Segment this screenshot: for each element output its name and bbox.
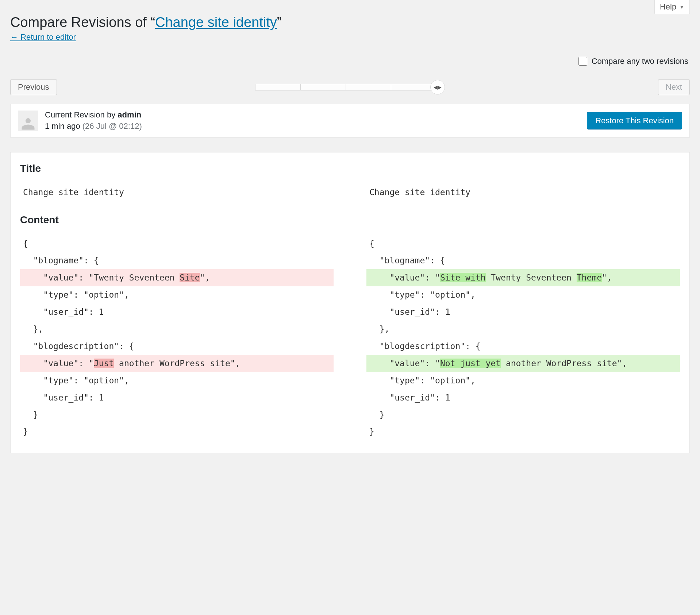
content-left: { "blogname": { "value": "Twenty Sevente… bbox=[20, 235, 334, 441]
chevron-down-icon: ▼ bbox=[679, 4, 684, 10]
code-line: { bbox=[20, 235, 334, 252]
revision-slider-track[interactable] bbox=[255, 84, 437, 90]
post-link[interactable]: Change site identity bbox=[155, 15, 277, 30]
slider-segment bbox=[346, 84, 391, 90]
revision-time-line: 1 min ago (26 Jul @ 02:12) bbox=[45, 121, 142, 132]
content-right: { "blogname": { "value": "Site with Twen… bbox=[366, 235, 680, 441]
code-line: { bbox=[366, 235, 680, 252]
revision-author: admin bbox=[118, 110, 141, 119]
code-line: "blogdescription": { bbox=[366, 338, 680, 355]
revision-meta-bar: Current Revision by admin 1 min ago (26 … bbox=[10, 104, 690, 138]
code-line: } bbox=[366, 423, 680, 440]
code-line: "blogdescription": { bbox=[20, 338, 334, 355]
slider-segment bbox=[255, 84, 301, 90]
slider-arrows-icon: ◀▶ bbox=[434, 84, 442, 90]
revision-ago: 1 min ago bbox=[45, 121, 82, 131]
help-label: Help bbox=[660, 2, 676, 12]
compare-checkbox[interactable] bbox=[578, 57, 587, 66]
code-line: }, bbox=[20, 321, 334, 338]
code-line-deleted: "value": "Twenty Seventeen Site", bbox=[20, 269, 334, 286]
title-right-text: Change site identity bbox=[366, 184, 680, 201]
code-line-added: "value": "Site with Twenty Seventeen The… bbox=[366, 269, 680, 286]
code-line: "user_id": 1 bbox=[366, 303, 680, 321]
user-icon bbox=[20, 116, 36, 131]
restore-revision-button[interactable]: Restore This Revision bbox=[587, 112, 682, 129]
page-title: Compare Revisions of “Change site identi… bbox=[10, 15, 690, 30]
code-line: "type": "option", bbox=[366, 372, 680, 389]
code-line: } bbox=[366, 406, 680, 423]
code-line: } bbox=[20, 406, 334, 423]
avatar bbox=[18, 111, 38, 131]
code-line: "blogname": { bbox=[366, 252, 680, 269]
code-line-deleted: "value": "Just another WordPress site", bbox=[20, 355, 334, 372]
compare-label: Compare any two revisions bbox=[592, 57, 688, 66]
help-tab[interactable]: Help ▼ bbox=[654, 0, 690, 14]
revision-author-line: Current Revision by admin bbox=[45, 109, 142, 121]
code-line: "blogname": { bbox=[20, 252, 334, 269]
code-line: "type": "option", bbox=[20, 372, 334, 389]
revision-slider-handle[interactable]: ◀▶ bbox=[430, 80, 445, 94]
code-line: } bbox=[20, 423, 334, 440]
revision-timestamp: (26 Jul @ 02:12) bbox=[82, 121, 142, 131]
next-revision-button: Next bbox=[658, 79, 690, 95]
page-title-suffix: ” bbox=[277, 15, 282, 30]
title-right: Change site identity bbox=[366, 184, 680, 201]
code-line: "type": "option", bbox=[20, 286, 334, 303]
diff-container: Title Change site identity Change site i… bbox=[10, 152, 690, 453]
code-line: "type": "option", bbox=[366, 286, 680, 303]
code-line: "user_id": 1 bbox=[366, 389, 680, 406]
code-line-added: "value": "Not just yet another WordPress… bbox=[366, 355, 680, 372]
code-line: "user_id": 1 bbox=[20, 389, 334, 406]
diff-heading-title: Title bbox=[20, 163, 680, 174]
slider-segment bbox=[301, 84, 346, 90]
slider-segment bbox=[391, 84, 436, 90]
compare-any-two-toggle[interactable]: Compare any two revisions bbox=[578, 57, 688, 66]
diff-heading-content: Content bbox=[20, 214, 680, 226]
title-left-text: Change site identity bbox=[20, 184, 334, 201]
page-title-prefix: Compare Revisions of “ bbox=[10, 15, 155, 30]
revision-by-prefix: Current Revision by bbox=[45, 110, 118, 119]
previous-revision-button[interactable]: Previous bbox=[10, 79, 57, 95]
title-left: Change site identity bbox=[20, 184, 334, 201]
code-line: }, bbox=[366, 321, 680, 338]
return-to-editor-link[interactable]: ← Return to editor bbox=[10, 32, 76, 42]
code-line: "user_id": 1 bbox=[20, 303, 334, 321]
